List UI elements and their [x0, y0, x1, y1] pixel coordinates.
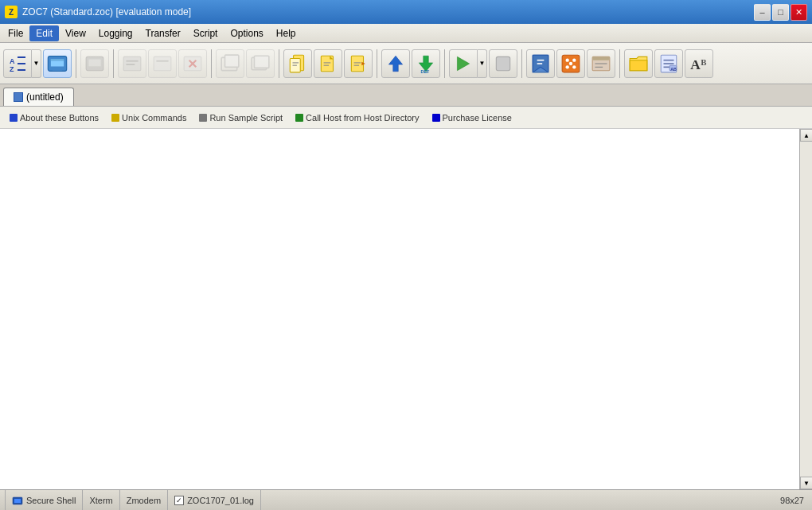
- maximize-button[interactable]: □: [772, 4, 789, 21]
- main-wrapper: ▲ ▼: [0, 129, 812, 489]
- run-sample-script-btn[interactable]: Run Sample Script: [194, 111, 287, 124]
- svg-marker-39: [457, 56, 469, 70]
- run-arrow-button[interactable]: ▼: [478, 49, 487, 78]
- app-icon: Z: [5, 6, 18, 18]
- sort-connect-group: AZ ▼: [3, 49, 41, 78]
- svg-rect-9: [53, 69, 62, 71]
- receive-text-button[interactable]: [148, 49, 177, 78]
- dup-window-button[interactable]: [246, 49, 275, 78]
- disconnect-button[interactable]: [80, 49, 109, 78]
- font-button[interactable]: A B: [685, 49, 713, 78]
- purchase-license-btn[interactable]: Purchase License: [427, 111, 517, 124]
- title-controls: – □ ✕: [754, 4, 807, 21]
- menu-logging[interactable]: Logging: [92, 25, 139, 41]
- status-log[interactable]: ✓ ZOC1707_01.log: [168, 490, 261, 510]
- menu-script[interactable]: Script: [187, 25, 224, 41]
- svg-text:AB: AB: [670, 66, 677, 71]
- pastefile-button[interactable]: [314, 49, 342, 78]
- status-zmodem-label: Zmodem: [127, 496, 161, 505]
- menu-view[interactable]: View: [59, 25, 92, 41]
- tab-untitled[interactable]: (untitled): [3, 88, 74, 106]
- status-ssh[interactable]: Secure Shell: [5, 490, 83, 510]
- script-button[interactable]: AB: [654, 49, 683, 78]
- bookmark-button[interactable]: [526, 49, 555, 78]
- cancel-button[interactable]: [178, 49, 207, 78]
- unix-commands-btn[interactable]: Unix Commands: [107, 111, 191, 124]
- sort-az-button[interactable]: AZ: [3, 49, 32, 78]
- svg-rect-7: [51, 59, 64, 60]
- scroll-up-btn[interactable]: ▲: [800, 129, 812, 142]
- title-bar-left: Z ZOC7 (Standard.zoc) [evaluation mode]: [5, 6, 191, 18]
- svg-point-47: [572, 58, 576, 61]
- sort-arrow-button[interactable]: ▼: [32, 49, 41, 78]
- status-xterm[interactable]: Xterm: [83, 490, 119, 510]
- send-text-button[interactable]: [118, 49, 146, 78]
- svg-rect-11: [88, 59, 100, 66]
- terminal-area[interactable]: [0, 129, 812, 489]
- sendclip-button[interactable]: [344, 49, 373, 78]
- svg-point-49: [572, 65, 576, 68]
- host-btn-indicator: [295, 114, 303, 122]
- folder-button[interactable]: [624, 49, 653, 78]
- tab-label: (untitled): [26, 91, 64, 103]
- menu-file[interactable]: File: [2, 25, 29, 41]
- new-window-button[interactable]: [216, 49, 244, 78]
- svg-rect-12: [123, 56, 141, 70]
- vertical-scrollbar[interactable]: ▲ ▼: [799, 129, 812, 489]
- menu-transfer[interactable]: Transfer: [139, 25, 187, 41]
- tab-bar: (untitled): [0, 84, 812, 107]
- scroll-down-btn[interactable]: ▼: [800, 477, 812, 489]
- license-btn-label: Purchase License: [443, 113, 512, 123]
- about-buttons-btn[interactable]: About these Buttons: [5, 111, 103, 124]
- window-title: ZOC7 (Standard.zoc) [evaluation mode]: [22, 6, 191, 18]
- svg-rect-52: [592, 56, 610, 60]
- download-button[interactable]: DEF: [412, 49, 440, 78]
- script-btn-label: Run Sample Script: [209, 113, 283, 123]
- macro-button[interactable]: [587, 49, 615, 78]
- run-group: ▼: [449, 49, 487, 78]
- menu-bar: File Edit View Logging Transfer Script O…: [0, 24, 812, 43]
- toolbar: AZ ▼: [0, 43, 812, 84]
- svg-rect-23: [254, 56, 268, 68]
- separator-2: [113, 49, 114, 78]
- svg-rect-64: [14, 499, 21, 503]
- close-button[interactable]: ✕: [791, 4, 807, 21]
- host-btn-label: Call Host from Host Directory: [306, 113, 419, 123]
- svg-text:A: A: [690, 56, 701, 72]
- stop-button[interactable]: [489, 49, 517, 78]
- menu-edit[interactable]: Edit: [29, 25, 59, 41]
- connect-button[interactable]: [43, 49, 72, 78]
- separator-3: [211, 49, 212, 78]
- svg-rect-40: [496, 56, 509, 70]
- upload-button[interactable]: [381, 49, 410, 78]
- license-btn-indicator: [432, 114, 440, 122]
- run-button[interactable]: [449, 49, 478, 78]
- status-zmodem[interactable]: Zmodem: [120, 490, 168, 510]
- about-btn-label: About these Buttons: [20, 113, 99, 123]
- log-checkbox[interactable]: ✓: [174, 496, 184, 505]
- scroll-track[interactable]: [800, 142, 812, 477]
- svg-rect-8: [55, 67, 61, 68]
- svg-rect-15: [154, 56, 171, 70]
- pinpad-button[interactable]: [556, 49, 585, 78]
- script-btn-indicator: [199, 114, 207, 122]
- call-host-btn[interactable]: Call Host from Host Directory: [291, 111, 424, 124]
- menu-help[interactable]: Help: [270, 25, 303, 41]
- paste-button[interactable]: [283, 49, 312, 78]
- title-bar: Z ZOC7 (Standard.zoc) [evaluation mode] …: [0, 0, 812, 24]
- separator-1: [76, 49, 76, 78]
- tab-icon: [14, 92, 23, 102]
- svg-text:B: B: [701, 57, 706, 67]
- separator-4: [279, 49, 279, 78]
- status-ssh-label: Secure Shell: [26, 496, 76, 505]
- minimize-button[interactable]: –: [754, 4, 771, 21]
- status-xterm-label: Xterm: [89, 496, 112, 505]
- svg-point-50: [569, 61, 572, 64]
- svg-point-46: [566, 58, 569, 61]
- button-bar: About these Buttons Unix Commands Run Sa…: [0, 107, 812, 129]
- unix-btn-indicator: [111, 114, 119, 122]
- menu-options[interactable]: Options: [224, 25, 269, 41]
- svg-text:Z: Z: [10, 65, 14, 73]
- svg-marker-36: [388, 56, 402, 72]
- status-bar: Secure Shell Xterm Zmodem ✓ ZOC1707_01.l…: [0, 489, 812, 510]
